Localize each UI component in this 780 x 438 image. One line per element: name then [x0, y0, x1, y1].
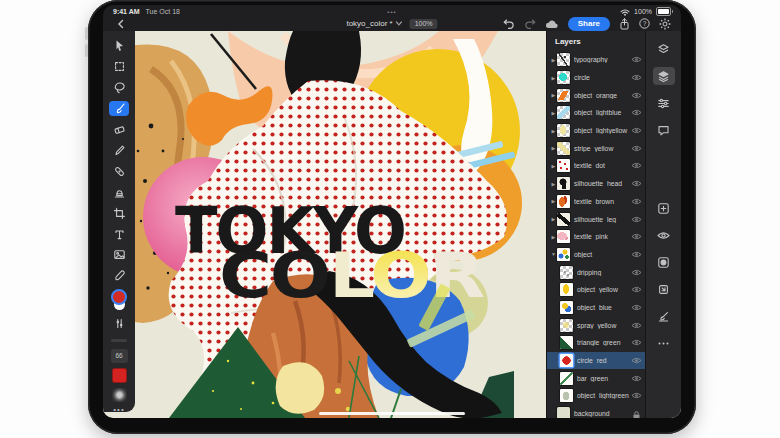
- move-tool[interactable]: [109, 38, 129, 53]
- lock-icon[interactable]: [631, 410, 640, 417]
- clone-stamp-tool[interactable]: [109, 184, 129, 199]
- visibility-eye-icon[interactable]: [631, 233, 640, 240]
- visibility-eye-icon[interactable]: [631, 74, 640, 81]
- layer-row-textile-pink[interactable]: ▶textile_pink: [547, 228, 645, 246]
- visibility-eye-icon[interactable]: [631, 109, 640, 116]
- brush-softness-preview[interactable]: [112, 388, 127, 402]
- visibility-eye-icon[interactable]: [631, 127, 640, 134]
- layer-stack-icon[interactable]: [653, 40, 675, 58]
- clip-layer-icon[interactable]: [653, 280, 675, 298]
- disclosure-icon[interactable]: ▶: [550, 234, 557, 240]
- layer-thumbnail: [557, 106, 570, 119]
- visibility-eye-icon[interactable]: [631, 357, 640, 364]
- pressure-toggle[interactable]: [109, 316, 129, 331]
- layer-row-dripping[interactable]: dripping: [547, 263, 645, 281]
- layer-visibility-icon[interactable]: [653, 226, 675, 244]
- settings-gear-icon[interactable]: [659, 18, 671, 30]
- foreground-color-well[interactable]: [111, 289, 127, 305]
- visibility-eye-icon[interactable]: [631, 286, 640, 293]
- layer-row-stripe-yellow[interactable]: ▶stripe_yellow: [547, 139, 645, 157]
- adjustments-icon[interactable]: [653, 94, 675, 112]
- layer-row-silhouette-leg[interactable]: ▶silhouette_leg: [547, 210, 645, 228]
- layer-row-circle-red[interactable]: circle_red: [547, 352, 645, 370]
- visibility-eye-icon[interactable]: [631, 198, 640, 205]
- layer-mask-icon[interactable]: [653, 253, 675, 271]
- visibility-eye-icon[interactable]: [631, 56, 640, 63]
- disclosure-icon[interactable]: ▶: [550, 216, 557, 222]
- zoom-level-badge[interactable]: 100%: [410, 19, 438, 29]
- layer-thumbnail: [557, 142, 570, 155]
- visibility-eye-icon[interactable]: [631, 216, 640, 223]
- disclosure-icon[interactable]: ▶: [550, 57, 557, 63]
- help-icon[interactable]: ?: [639, 18, 650, 29]
- visibility-eye-icon[interactable]: [631, 145, 640, 152]
- disclosure-icon[interactable]: ▶: [550, 75, 557, 81]
- disclosure-icon[interactable]: ▶: [550, 92, 557, 98]
- transform-tool[interactable]: [109, 59, 129, 74]
- visibility-eye-icon[interactable]: [631, 162, 640, 169]
- layer-row-object-yellow[interactable]: object_yellow: [547, 281, 645, 299]
- brush-tool[interactable]: [109, 101, 129, 116]
- pencil-tool[interactable]: [109, 143, 129, 158]
- layer-row-object-lightblue[interactable]: ▶object_lightblue: [547, 104, 645, 122]
- layer-row-textile-dot[interactable]: ▶textile_dot: [547, 157, 645, 175]
- visibility-eye-icon[interactable]: [631, 375, 640, 382]
- disclosure-icon[interactable]: ▶: [550, 128, 557, 134]
- layer-thumbnail: [560, 283, 573, 296]
- layer-row-object-lightgreen[interactable]: object_lightgreen: [547, 387, 645, 405]
- disclosure-icon[interactable]: ▶: [550, 163, 557, 169]
- layer-row-object-group[interactable]: ▼object: [547, 246, 645, 264]
- layer-row-typography[interactable]: ▶typography: [547, 51, 645, 69]
- visibility-eye-icon[interactable]: [631, 251, 640, 258]
- visibility-eye-icon[interactable]: [631, 269, 640, 276]
- redo-button[interactable]: [524, 18, 536, 29]
- disclosure-icon[interactable]: ▶: [550, 181, 557, 187]
- crop-tool[interactable]: [109, 205, 129, 220]
- add-layer-icon[interactable]: [653, 199, 675, 217]
- disclosure-icon-expanded[interactable]: ▼: [550, 251, 557, 257]
- layer-row-bar-green[interactable]: bar_green: [547, 369, 645, 387]
- cloud-sync-icon[interactable]: [545, 19, 559, 29]
- export-icon[interactable]: [619, 18, 630, 30]
- taskbar-more-button[interactable]: [653, 334, 675, 352]
- healing-brush-tool[interactable]: [109, 164, 129, 179]
- type-tool[interactable]: [109, 226, 129, 241]
- visibility-eye-icon[interactable]: [631, 92, 640, 99]
- share-button[interactable]: Share: [568, 17, 610, 31]
- visibility-eye-icon[interactable]: [631, 392, 640, 399]
- tool-more-button[interactable]: •••: [113, 408, 124, 412]
- lasso-tool[interactable]: [109, 80, 129, 95]
- layer-row-spray-yellow[interactable]: spray_yellow: [547, 316, 645, 334]
- eyedropper-tool[interactable]: [109, 268, 129, 283]
- comment-icon[interactable]: [653, 121, 675, 139]
- layer-row-object-orange[interactable]: ▶object_orange: [547, 86, 645, 104]
- color-wells[interactable]: [109, 289, 129, 310]
- disclosure-icon[interactable]: ▶: [550, 110, 557, 116]
- layer-fill-icon[interactable]: [653, 307, 675, 325]
- disclosure-icon[interactable]: ▶: [550, 198, 557, 204]
- layer-row-silhouette-head[interactable]: ▶silhouette_head: [547, 175, 645, 193]
- layer-thumbnail: [560, 336, 573, 349]
- eraser-tool[interactable]: [109, 122, 129, 137]
- document-title[interactable]: tokyo_color *: [346, 19, 402, 28]
- place-photo-tool[interactable]: [109, 247, 129, 262]
- layers-panel-toggle[interactable]: [653, 67, 675, 85]
- layer-row-triangle-green[interactable]: triangle_green: [547, 334, 645, 352]
- layer-row-object-lightyellow[interactable]: ▶object_lightyellow: [547, 122, 645, 140]
- status-time: 9:41 AM: [113, 8, 140, 15]
- home-indicator[interactable]: [319, 412, 465, 416]
- layer-row-textile-brown[interactable]: ▶textile_brown: [547, 193, 645, 211]
- layer-row-object-blue[interactable]: object_blue: [547, 299, 645, 317]
- layer-row-background[interactable]: background: [547, 405, 645, 418]
- back-button[interactable]: [117, 19, 125, 29]
- visibility-eye-icon[interactable]: [631, 304, 640, 311]
- visibility-eye-icon[interactable]: [631, 339, 640, 346]
- disclosure-icon[interactable]: ▶: [550, 145, 557, 151]
- active-color-swatch[interactable]: [112, 368, 127, 382]
- visibility-eye-icon[interactable]: [631, 322, 640, 329]
- layer-row-circle[interactable]: ▶circle: [547, 69, 645, 87]
- layer-thumbnail: [560, 389, 573, 402]
- undo-button[interactable]: [503, 18, 515, 29]
- visibility-eye-icon[interactable]: [631, 180, 640, 187]
- brush-size-badge[interactable]: 66: [111, 349, 128, 363]
